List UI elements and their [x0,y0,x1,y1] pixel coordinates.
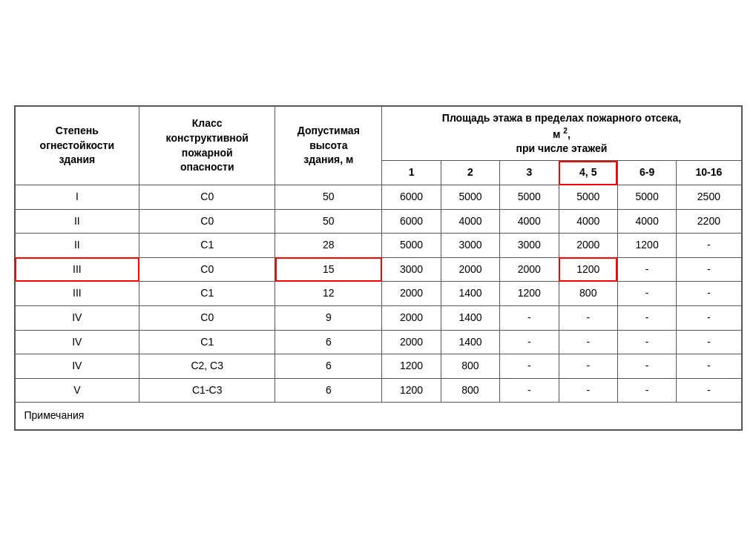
cell-class: С0 [139,306,275,331]
cell-f6: - [677,378,741,403]
cell-height: 50 [275,209,382,234]
cell-f3: 4000 [500,209,559,234]
cell-f1: 2000 [382,330,441,354]
cell-height: 15 [275,257,382,282]
cell-f6: 2200 [677,209,741,234]
header-height: Допустимаявысотаздания, м [275,107,382,185]
cell-f3: 3000 [500,234,559,258]
cell-f5: - [617,257,676,282]
cell-class: С1 [139,282,275,306]
cell-f2: 5000 [441,185,499,210]
cell-height: 9 [275,306,382,331]
cell-height: 6 [275,378,382,403]
cell-f4: - [559,378,617,403]
cell-f4: - [559,354,617,379]
cell-f3: - [500,354,559,379]
header-floor-45: 4, 5 [559,161,617,185]
cell-f4: 2000 [559,234,617,258]
header-class: Классконструктивнойпожарнойопасности [139,107,275,185]
cell-f6: 2500 [677,185,741,210]
cell-height: 6 [275,330,382,354]
cell-f5: - [617,306,676,331]
cell-f1: 1200 [382,378,441,403]
header-floor-2: 2 [441,161,499,185]
cell-f6: - [677,257,741,282]
cell-f3: - [500,306,559,331]
cell-height: 28 [275,234,382,258]
cell-f2: 2000 [441,257,499,282]
cell-f5: - [617,282,676,306]
header-area-main: Площадь этажа в пределах пожарного отсек… [382,107,741,161]
cell-degree: IV [15,354,139,379]
cell-f4: - [559,330,617,354]
cell-f1: 3000 [382,257,441,282]
header-floor-1016: 10-16 [677,161,741,185]
cell-degree: IV [15,330,139,354]
cell-f4: 1200 [559,257,617,282]
cell-f1: 6000 [382,185,441,210]
cell-degree: III [15,257,139,282]
cell-f3: 1200 [500,282,559,306]
cell-class: С0 [139,209,275,234]
cell-class: С2, С3 [139,354,275,379]
fire-safety-table: Степеньогнестойкостиздания Классконструк… [15,106,742,430]
cell-f5: - [617,378,676,403]
cell-f1: 1200 [382,354,441,379]
cell-height: 50 [275,185,382,210]
cell-f1: 6000 [382,209,441,234]
cell-f2: 800 [441,354,499,379]
cell-f1: 2000 [382,282,441,306]
cell-f5: 5000 [617,185,676,210]
cell-f1: 5000 [382,234,441,258]
cell-f4: 800 [559,282,617,306]
table-container: Степеньогнестойкостиздания Классконструк… [14,105,743,431]
cell-height: 6 [275,354,382,379]
cell-class: С1 [139,234,275,258]
cell-f2: 4000 [441,209,499,234]
cell-f6: - [677,306,741,331]
cell-f2: 1400 [441,282,499,306]
cell-f4: 5000 [559,185,617,210]
cell-f5: 4000 [617,209,676,234]
cell-degree: I [15,185,139,210]
cell-degree: IV [15,306,139,331]
cell-degree: II [15,209,139,234]
header-degree: Степеньогнестойкостиздания [15,107,139,185]
cell-class: С1 [139,330,275,354]
cell-f6: - [677,234,741,258]
header-floor-69: 6-9 [617,161,676,185]
cell-f3: - [500,378,559,403]
cell-f2: 3000 [441,234,499,258]
cell-f6: - [677,354,741,379]
cell-class: С0 [139,257,275,282]
header-floor-1: 1 [382,161,441,185]
cell-f2: 1400 [441,330,499,354]
cell-f3: 2000 [500,257,559,282]
cell-f5: 1200 [617,234,676,258]
cell-f2: 1400 [441,306,499,331]
notes-cell: Примечания [15,403,741,430]
cell-f3: 5000 [500,185,559,210]
cell-degree: V [15,378,139,403]
header-floor-3: 3 [500,161,559,185]
cell-class: С0 [139,185,275,210]
cell-f2: 800 [441,378,499,403]
cell-f5: - [617,354,676,379]
cell-degree: III [15,282,139,306]
cell-height: 12 [275,282,382,306]
cell-degree: II [15,234,139,258]
cell-f1: 2000 [382,306,441,331]
cell-f4: - [559,306,617,331]
cell-f5: - [617,330,676,354]
cell-class: С1-С3 [139,378,275,403]
cell-f4: 4000 [559,209,617,234]
cell-f6: - [677,282,741,306]
cell-f3: - [500,330,559,354]
cell-f6: - [677,330,741,354]
